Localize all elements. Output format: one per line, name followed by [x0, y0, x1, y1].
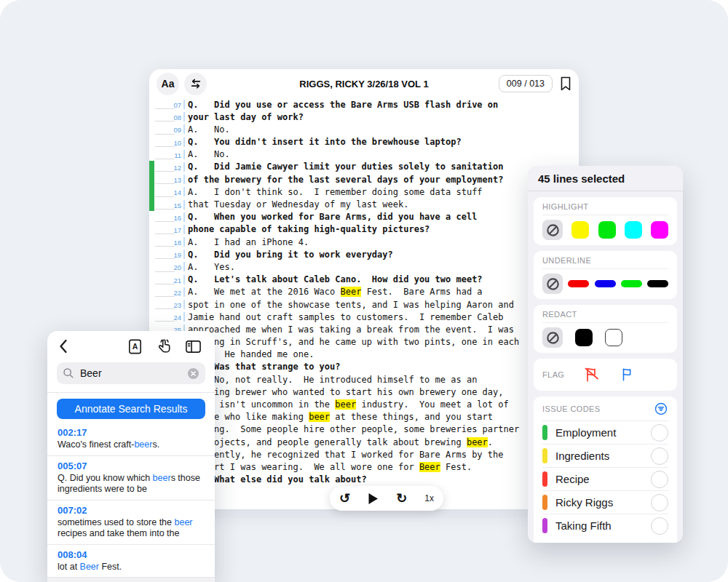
transcript-line[interactable]: 11A. No.	[149, 148, 579, 161]
issue-radio[interactable]	[651, 471, 668, 488]
highlight-swatch[interactable]	[625, 221, 642, 239]
highlight-swatch[interactable]	[598, 221, 616, 239]
sync-bar	[183, 287, 185, 297]
result-timestamp: 005:07	[58, 461, 205, 471]
issue-radio[interactable]	[651, 424, 668, 442]
transcript-line[interactable]: 14A. I don't think so. I remember doing …	[149, 186, 579, 198]
search-result-row[interactable]: 005:07Q. Did you know which beers those …	[47, 455, 215, 500]
highlight-none-swatch[interactable]	[542, 220, 563, 240]
issue-code-row[interactable]: Employment	[542, 421, 668, 444]
underline-swatch[interactable]	[595, 280, 616, 287]
text-segment: working in Scruff's, and he came up with…	[188, 337, 519, 347]
sidebar-icon[interactable]	[184, 338, 202, 355]
text-segment: Fest.	[99, 562, 122, 572]
underline-none-swatch[interactable]	[542, 274, 563, 294]
text-segment: Jamie hand out craft samples to customer…	[188, 312, 503, 322]
transcript-line[interactable]: 23spot in one of the showcase tents, and…	[149, 298, 579, 311]
text-segment: Q. Did you bring it to work everyday?	[188, 250, 393, 260]
result-text: lot at Beer Fest.	[58, 562, 205, 575]
text-segment: Waco's finest craft-	[58, 439, 134, 450]
back-chevron-icon[interactable]	[59, 339, 68, 354]
hand-tap-icon[interactable]	[155, 338, 173, 355]
line-text: Q. Did you bring it to work everyday?	[188, 250, 393, 260]
issue-code-row[interactable]: Ricky Riggs	[542, 490, 668, 514]
dictionary-book-icon[interactable]: A	[127, 338, 143, 355]
rewind-icon[interactable]: ↺	[339, 492, 350, 505]
line-text: talking. Some people hire other people, …	[188, 424, 519, 434]
filter-circle-icon[interactable]	[654, 402, 668, 416]
redact-swatch[interactable]	[605, 329, 622, 346]
clear-search-icon[interactable]	[187, 367, 199, 380]
issue-code-row[interactable]: Recipe	[542, 467, 668, 490]
swap-view-button[interactable]	[184, 73, 207, 95]
search-input[interactable]	[79, 367, 183, 380]
issue-radio[interactable]	[651, 494, 668, 511]
redact-swatch[interactable]	[575, 329, 593, 346]
transcript-line[interactable]: 17phone capable of taking high-quality p…	[149, 223, 579, 236]
issue-code-row[interactable]: Ingredients	[542, 444, 668, 467]
result-timestamp: 002:17	[58, 427, 205, 438]
text-segment: A. No.	[188, 149, 230, 159]
result-text: Waco's finest craft-beers.	[58, 439, 205, 453]
transcript-line[interactable]: 12Q. Did Jamie Cawyer limit your duties …	[149, 161, 579, 173]
issue-radio[interactable]	[651, 517, 668, 535]
transcript-line[interactable]: 15that Tuesday or Wednesday of my last w…	[149, 199, 579, 211]
annotate-search-results-button[interactable]: Annotate Search Results	[57, 399, 205, 419]
transcript-line[interactable]: 20A. Yes.	[149, 260, 579, 273]
transcript-line[interactable]: 07Q. Did you use or access the Bare Arms…	[149, 98, 579, 111]
line-text: which isn't uncommon in the beer industr…	[188, 399, 509, 410]
flag-icon[interactable]	[620, 366, 636, 383]
text-segment: your last day of work?	[188, 112, 304, 122]
transcript-line[interactable]: 09A. No.	[149, 123, 579, 135]
issue-color-pill	[542, 518, 547, 533]
transcript-line[interactable]: 16Q. When you worked for Bare Arms, did …	[149, 211, 579, 223]
transcript-line[interactable]: 21Q. Let's talk about Caleb Cano. How di…	[149, 274, 579, 286]
search-result-row[interactable]: 007:02sometimes used to store the beer r…	[47, 500, 215, 544]
underline-swatch[interactable]	[647, 280, 668, 287]
line-text: spot in one of the showcase tents, and I…	[188, 300, 514, 310]
transcript-line[interactable]: 19Q. Did you bring it to work everyday?	[149, 248, 579, 260]
transcript-line[interactable]: 25approached me when I was taking a brea…	[149, 323, 579, 335]
redact-label: REDACT	[542, 310, 668, 323]
transcript-line[interactable]: 13of the brewery for the last several da…	[149, 173, 579, 186]
transcript-line[interactable]: 08your last day of work?	[149, 111, 579, 123]
transcript-line[interactable]: 10Q. You didn't insert it into the brewh…	[149, 136, 579, 148]
line-number: 10	[149, 139, 181, 147]
redact-none-swatch[interactable]	[542, 327, 563, 348]
line-text: t-shirt I was wearing. We all wore one f…	[188, 462, 472, 472]
issue-code-row[interactable]: Taking Fifth	[542, 514, 668, 537]
playback-speed[interactable]: 1x	[424, 493, 434, 503]
sync-bar	[183, 312, 185, 322]
issue-code-label: Recipe	[555, 473, 590, 485]
sync-bar	[183, 275, 185, 284]
underline-swatch[interactable]	[568, 280, 589, 287]
search-field[interactable]	[57, 362, 205, 384]
page-indicator[interactable]: 009 / 013	[499, 75, 553, 92]
transcript-line[interactable]: 24Jamie hand out craft samples to custom…	[149, 311, 579, 323]
search-result-row[interactable]: 002:17Waco's finest craft-beers.	[47, 423, 215, 455]
line-number: 19	[149, 251, 181, 259]
line-number: 23	[149, 301, 181, 309]
transcript-line[interactable]: 22A. We met at the 2016 Waco Beer Fest. …	[149, 286, 579, 298]
highlight-swatch[interactable]	[651, 221, 668, 239]
issue-code-list: EmploymentIngredientsRecipeRicky RiggsTa…	[542, 421, 668, 537]
sync-bar	[183, 262, 185, 271]
line-text: A. No.	[188, 149, 230, 159]
flag-off-icon[interactable]	[583, 366, 601, 383]
issue-radio[interactable]	[651, 447, 668, 465]
play-icon[interactable]	[368, 493, 379, 505]
underline-swatch[interactable]	[621, 280, 642, 287]
search-result-row[interactable]: 008:04lot at Beer Fest.	[47, 544, 215, 578]
forward-icon[interactable]: ↻	[396, 492, 407, 505]
sync-bar	[183, 250, 185, 259]
search-result-row[interactable]: 009:22A. We met at the 2016 Waco Beer Fe…	[47, 577, 215, 582]
line-text: Q. Did Jamie Cawyer limit your duties so…	[188, 162, 503, 172]
text-size-button[interactable]: Aa	[157, 73, 179, 95]
sync-bar	[183, 212, 185, 222]
text-segment: approached me when I was taking a break …	[188, 324, 514, 335]
bookmark-icon[interactable]	[560, 76, 571, 91]
line-number: 13	[149, 176, 181, 184]
result-text: sometimes used to store the beer recipes…	[58, 517, 205, 542]
highlight-swatch[interactable]	[571, 221, 589, 239]
transcript-line[interactable]: 18A. I had an iPhone 4.	[149, 236, 579, 248]
